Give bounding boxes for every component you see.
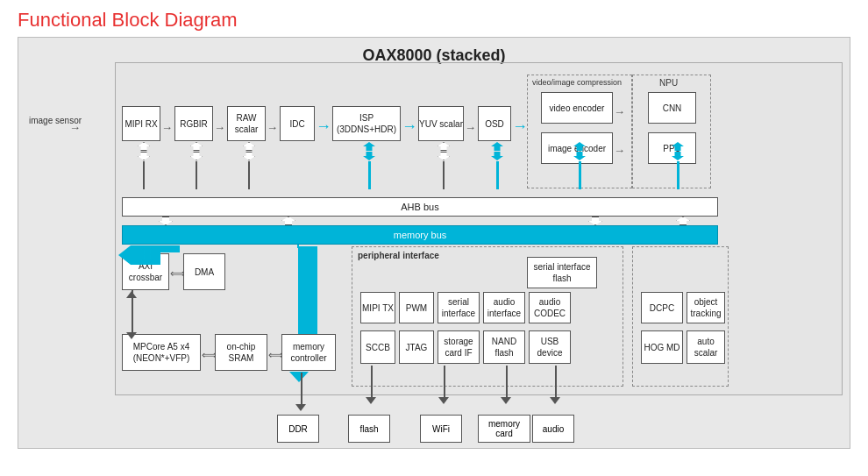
arr-membus-ddr [297,245,299,248]
serial-interface-box: serial interface [438,292,480,323]
arrow-venc-npu: → [614,106,625,117]
arr-raw-bus [243,142,255,189]
audio-codec-box: audio CODEC [529,292,571,323]
on-chip-sram-box: on-chip SRAM [215,334,267,371]
cyan-arr-left [118,245,131,265]
peripheral-interface-label: peripheral interface [358,251,439,260]
arrow-osd-venc-cyan: → [512,118,528,134]
memory-bus: memory bus [122,225,718,245]
auto-scalar-box: auto scalar [687,330,725,364]
arr-npu-bus [672,142,684,189]
dma-box: DMA [183,253,225,290]
arr-yuv-bus [438,142,450,189]
isp-box: ISP (3DDNS+HDR) [332,106,401,141]
npu-label: NPU [659,78,678,88]
arr-down-flash-tip [366,397,376,404]
arrow-ienc-npu: → [614,145,625,156]
hog-md-box: HOG MD [641,330,683,364]
wifi-box: WiFi [420,415,462,443]
arr-osd-bus-cyan [491,142,503,189]
jtag-box: JTAG [399,330,434,364]
arr-down-flash [371,366,373,397]
memory-controller-box: memory controller [281,334,336,371]
arr-down-ddr-tip [295,404,306,411]
arr-down-audio-tip [550,397,560,404]
arr-down-audio [555,366,557,397]
cyan-memctrl-arr-down [289,372,309,382]
arr-down-wifi-tip [438,397,449,404]
usb-device-box: USB device [529,330,571,364]
osd-box: OSD [478,106,511,141]
memory-card-box: memory card [478,415,530,443]
object-tracking-box: object tracking [687,292,725,323]
arrow-idc-isp-cyan: → [316,118,331,134]
arrow-yuv-osd: → [465,122,476,133]
arr-rgbir-bus [190,142,203,189]
cnn-box: CNN [648,92,696,124]
mipi-rx-box: MIPI RX [122,106,160,141]
arr-down-ddr [301,373,302,404]
cyan-v-arrow-membus [160,245,180,252]
arr-mipi-bus [138,142,150,189]
vc-label: video/image compression [532,78,622,87]
arrow-raw-idc: → [267,122,278,133]
idc-box: IDC [280,106,315,141]
diagram-area: OAX8000 (stacked) image sensor → MIPI RX… [18,37,850,449]
ddr-box: DDR [277,415,319,443]
flash-box: flash [348,415,390,443]
dcpc-box: DCPC [641,292,683,323]
arrow-rgbir-raw: → [214,122,225,133]
arr-axi-mpcore [126,332,137,339]
sccb-box: SCCB [360,330,395,364]
ahb-bus: AHB bus [122,197,718,217]
cyan-memctrl-v [298,246,317,334]
arr-venc-bus [573,142,586,189]
mpcore-box: MPCore A5 x4 (NEON*+VFP) [122,334,201,371]
raw-scalar-box: RAW scalar [227,106,266,141]
page-title: Functional Block Diagram [0,0,868,37]
audio-out-box: audio [532,415,574,443]
arr-down-memcard-tip [501,397,511,404]
arr-down-memcard [506,366,508,397]
arr-mpcore-axi [126,291,137,298]
arrow-sensor-mipi: → [69,122,81,133]
pwm-box: PWM [399,292,434,323]
yuv-scalar-box: YUV scalar [418,106,464,141]
mipi-tx-box: MIPI TX [360,292,395,323]
video-encoder-box: video encoder [541,92,613,124]
arr-down-wifi [444,366,445,397]
arr-isp-bus-cyan [363,142,375,189]
arrow-isp-yuv-cyan: → [402,118,417,134]
nand-flash-box: NAND flash [483,330,525,364]
rgbir-box: RGBIR [174,106,213,141]
storage-card-if-box: storage card IF [438,330,480,364]
arrow-mipi-rgbir: → [161,122,173,133]
audio-interface-box: audio interface [483,292,525,323]
serial-interface-flash-box: serial interface flash [527,257,597,288]
